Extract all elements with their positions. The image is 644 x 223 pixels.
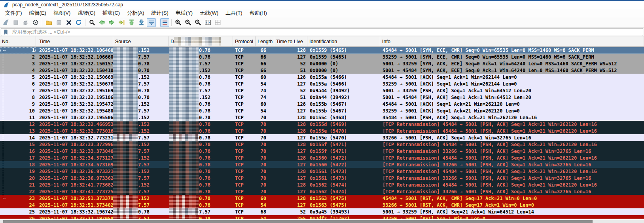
menu-item[interactable]: 跳转(G) xyxy=(74,9,99,17)
packet-row[interactable]: 62025-11-07 18:32:32.1506787.570.78TCP54… xyxy=(0,80,644,87)
menu-item[interactable]: 无线(W) xyxy=(196,9,222,17)
menu-item[interactable]: 工具(T) xyxy=(222,9,246,17)
packet-row[interactable]: 102025-11-07 18:32:32.1954807.570.78TCP5… xyxy=(0,107,644,114)
packet-row[interactable]: 42025-11-07 18:32:32.1504100.78.152TCP66… xyxy=(0,67,644,74)
cell-time: 2025-11-07 18:32:32.195169 xyxy=(36,87,113,94)
packet-row[interactable]: 192025-11-07 18:32:36.973321.1520.78TCP7… xyxy=(0,168,644,175)
packet-list: 12025-11-07 18:32:32.106460.1520.78TCP66… xyxy=(0,47,644,219)
cell-ttl: 127 xyxy=(274,134,307,141)
menu-item[interactable]: 分析(A) xyxy=(123,9,148,17)
cell-time: 2025-11-07 18:32:34.573127 xyxy=(36,154,113,161)
resize-columns-icon[interactable] xyxy=(203,18,212,27)
packet-row[interactable]: 72025-11-07 18:32:32.1951690.787.57TCP74… xyxy=(0,87,644,94)
save-file-icon[interactable] xyxy=(54,18,63,27)
packet-row[interactable]: 122025-11-07 18:32:32.466953.1520.78TCP7… xyxy=(0,121,644,128)
stop-capture-icon[interactable] xyxy=(11,18,20,27)
cell-ttl: 127 xyxy=(274,80,307,87)
packet-row[interactable]: 182025-11-07 18:32:34.5731697.570.78TCP7… xyxy=(0,161,644,168)
colorize-packets-icon[interactable] xyxy=(160,18,169,27)
source-suffix: 0.78 xyxy=(138,88,150,93)
scrollbar-thumb[interactable] xyxy=(3,220,593,223)
column-header-length[interactable]: Length xyxy=(256,36,274,46)
zoom-in-icon[interactable] xyxy=(174,18,183,27)
cell-length: 70 xyxy=(256,168,274,175)
column-header-time[interactable]: Time xyxy=(36,36,113,46)
go-forward-icon[interactable] xyxy=(107,18,116,27)
source-suffix: .152 xyxy=(138,196,150,201)
menu-item[interactable]: 帮助(H) xyxy=(246,9,271,17)
display-filter-box[interactable] xyxy=(1,28,643,36)
menu-item[interactable]: 电话(Y) xyxy=(172,9,196,17)
packet-row[interactable]: 112025-11-07 18:32:32.195506.1520.78TCP7… xyxy=(0,114,644,121)
scrollbar-track[interactable] xyxy=(0,220,644,223)
reload-file-icon[interactable] xyxy=(74,18,83,27)
redacted-source xyxy=(113,128,138,134)
open-file-folder-icon[interactable] xyxy=(44,18,53,27)
cell-info: 33266 → 5001 [RST, ACK, CWR] Seq=17 Ack=… xyxy=(380,202,644,208)
restart-capture-icon[interactable] xyxy=(21,18,30,27)
menu-item[interactable]: 编辑(E) xyxy=(26,9,50,17)
packet-row[interactable]: 152025-11-07 18:32:33.372996.1520.78TCP7… xyxy=(0,141,644,148)
cell-info: [TCP Retransmission] 33266 → 5001 [PSH, … xyxy=(380,188,644,195)
capture-options-gear-icon[interactable] xyxy=(31,18,40,27)
menu-item[interactable]: 文件(F) xyxy=(2,9,26,17)
packet-row[interactable]: 12025-11-07 18:32:32.106460.1520.78TCP66… xyxy=(0,47,644,53)
cell-ttl: 128 xyxy=(274,47,307,53)
packet-row[interactable]: 52025-11-07 18:32:32.150669.1520.78TCP60… xyxy=(0,74,644,80)
packet-row[interactable]: 252025-11-07 18:33:32.1967420.787.57TCP6… xyxy=(0,208,644,215)
packet-row[interactable]: 162025-11-07 18:32:33.3730407.570.78TCP7… xyxy=(0,148,644,154)
column-layout-icon[interactable] xyxy=(213,18,222,27)
menu-item[interactable]: 捕获(C) xyxy=(99,9,123,17)
cell-time: 2025-11-07 18:32:32.466953 xyxy=(36,121,113,128)
cell-length: 70 xyxy=(256,148,274,154)
packet-row[interactable]: 22025-11-07 18:32:32.1066607.570.78TCP66… xyxy=(0,53,644,60)
packet-row[interactable]: 32025-11-07 18:32:32.1501570.787.57TCP66… xyxy=(0,60,644,67)
column-header-ttl[interactable]: Time to Live xyxy=(274,36,307,46)
auto-scroll-icon[interactable] xyxy=(147,18,156,27)
packet-row[interactable]: 82025-11-07 18:32:32.1951860.78.152TCP74… xyxy=(0,94,644,101)
packet-row[interactable]: 202025-11-07 18:32:36.9733627.570.78TCP7… xyxy=(0,175,644,181)
cell-info: 5001 → 33259 [SYN, ACK, ECE] Seq=0 Ack=1… xyxy=(380,60,644,67)
packet-row[interactable]: 92025-11-07 18:32:32.195472.1520.78TCP60… xyxy=(0,101,644,107)
filter-bookmark-icon[interactable] xyxy=(3,29,9,35)
packet-row[interactable]: 142025-11-07 18:32:32.7732317.570.78TCP7… xyxy=(0,134,644,141)
menu-item[interactable]: 视图(V) xyxy=(50,9,74,17)
destination-suffix: 0.78 xyxy=(199,169,210,174)
packet-row[interactable]: 132025-11-07 18:32:32.773016.1520.78TCP7… xyxy=(0,128,644,134)
packet-row[interactable]: 242025-11-07 18:32:51.3734027.570.78TCP5… xyxy=(0,202,644,208)
find-packet-icon[interactable] xyxy=(87,18,97,27)
cell-info: [TCP Retransmission] 33266 → 5001 [PSH, … xyxy=(380,175,644,181)
packet-row[interactable]: 212025-11-07 18:32:41.773682.1520.78TCP7… xyxy=(0,181,644,188)
zoom-reset-icon[interactable] xyxy=(193,18,203,27)
go-back-icon[interactable] xyxy=(97,18,106,27)
packet-row[interactable]: 232025-11-07 18:32:51.373379.1520.78TCP6… xyxy=(0,195,644,202)
go-last-packet-icon[interactable] xyxy=(137,18,146,27)
cell-info: 45484 → 5001 [RST, ACK, CWR] Seq=17 Ack=… xyxy=(380,195,644,202)
cell-protocol: TCP xyxy=(233,121,256,128)
cell-no: 6 xyxy=(0,80,36,87)
cell-destination: 0.78 xyxy=(169,114,233,121)
start-capture-fin-icon[interactable] xyxy=(1,18,10,27)
source-suffix: 7.57 xyxy=(138,81,150,87)
cell-destination: 0.78 xyxy=(169,181,233,188)
column-header-identification[interactable]: Identification xyxy=(307,36,380,46)
go-to-packet-icon[interactable] xyxy=(117,18,126,27)
packet-row[interactable]: 222025-11-07 18:32:41.7737257.570.78TCP7… xyxy=(0,188,644,195)
column-header-info[interactable]: Info xyxy=(380,36,644,46)
column-header-source[interactable]: Source xyxy=(113,36,169,46)
display-filter-input[interactable] xyxy=(11,29,643,36)
menu-bar: 文件(F)编辑(E)视图(V)跳转(G)捕获(C)分析(A)统计(S)电话(Y)… xyxy=(0,9,644,17)
column-header-no[interactable]: No. xyxy=(0,36,36,46)
cell-protocol: TCP xyxy=(233,195,256,202)
redacted-source xyxy=(113,53,138,60)
cell-no: 12 xyxy=(0,121,36,128)
close-file-icon[interactable] xyxy=(64,18,73,27)
go-first-packet-icon[interactable] xyxy=(127,18,136,27)
cell-protocol: TCP xyxy=(233,141,256,148)
redacted-destination xyxy=(169,148,199,154)
menu-item[interactable]: 统计(S) xyxy=(148,9,172,17)
cell-no: 21 xyxy=(0,181,36,188)
zoom-out-icon[interactable] xyxy=(184,18,193,27)
column-header-protocol[interactable]: Protocol xyxy=(233,36,256,46)
packet-row[interactable]: 172025-11-07 18:32:34.573127.1520.78TCP7… xyxy=(0,154,644,161)
